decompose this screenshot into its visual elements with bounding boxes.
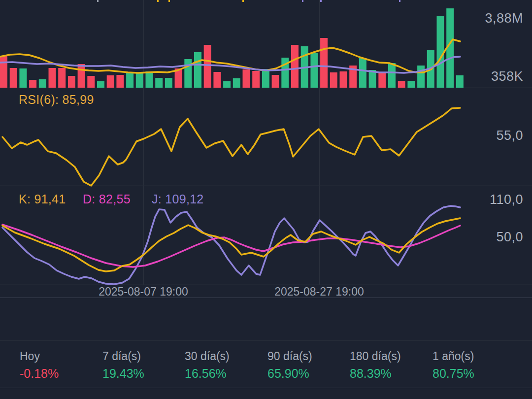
kdj-j-label: J: 109,12 — [152, 192, 204, 206]
x-axis-date-1: 2025-08-07 19:00 — [99, 285, 188, 299]
chart-canvas[interactable] — [0, 0, 532, 300]
stat-value-7d: 19.43% — [102, 366, 144, 381]
stat-value-180d: 88.39% — [350, 366, 392, 381]
kdj-d-label: D: 82,55 — [83, 192, 131, 206]
stat-value-1y: 80.75% — [432, 366, 474, 381]
divider-above-stats — [0, 340, 532, 341]
trading-chart-screen: { "colors": { "background": "#1C2230", "… — [0, 0, 532, 399]
indicator-toolbar: MA EMA BOLL SAR AVL VOL MACD RSI KDJ — [0, 303, 532, 340]
kdj-k-label: K: 91,41 — [19, 192, 66, 206]
divider-above-toolbar — [0, 298, 532, 298]
stat-label-30d: 30 día(s) — [185, 350, 230, 363]
stat-label-1y: 1 año(s) — [432, 350, 474, 363]
rsi-value-label: RSI(6): 85,99 — [19, 93, 94, 107]
x-axis-date-2: 2025-08-27 19:00 — [274, 285, 364, 299]
divider-below-stats — [0, 388, 532, 388]
stat-label-hoy: Hoy — [20, 350, 40, 363]
volume-axis-max-label: 3,88M — [485, 11, 523, 26]
volume-axis-min-label: 358K — [491, 69, 523, 84]
stat-label-90d: 90 día(s) — [267, 350, 312, 363]
rsi-axis-label: 55,0 — [496, 128, 523, 143]
stat-label-7d: 7 día(s) — [102, 350, 141, 363]
stat-value-90d: 65.90% — [267, 366, 309, 381]
stat-label-180d: 180 día(s) — [350, 350, 401, 363]
stat-value-hoy: -0.18% — [20, 366, 59, 381]
kdj-axis-top-label: 110,0 — [490, 192, 523, 207]
kdj-axis-bottom-label: 50,0 — [496, 230, 523, 245]
stat-value-30d: 16.56% — [185, 366, 227, 381]
